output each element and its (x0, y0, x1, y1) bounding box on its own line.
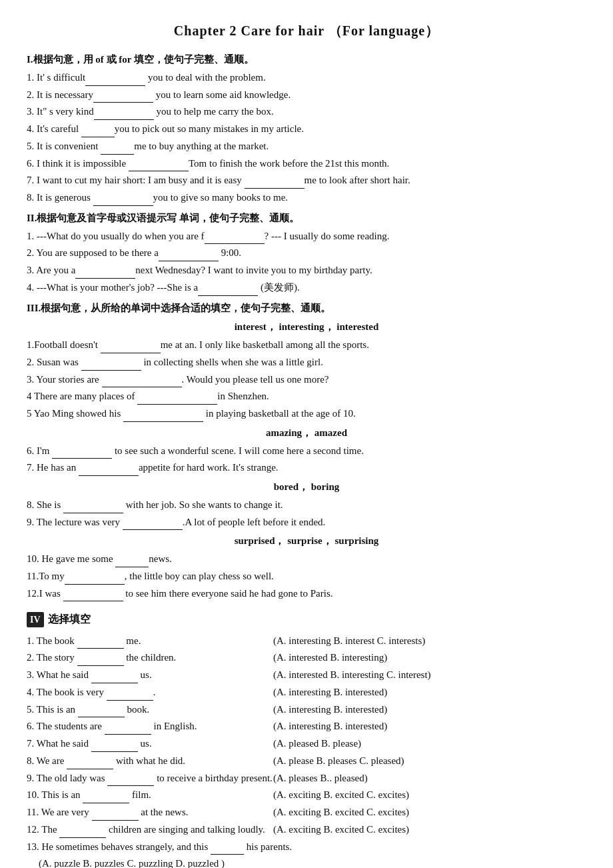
s1-item8: 8. It is generous you to give so many bo… (27, 189, 586, 206)
s3-g1-item1: 1.Football doesn't me at an. I only like… (27, 337, 586, 353)
s3-g3-item1: 8. She is with her job. So she wants to … (27, 497, 586, 513)
section1-instruction: I.根据句意，用 of 或 for 填空，使句子完整、通顺。 (27, 51, 586, 68)
section2: II.根据句意及首字母或汉语提示写 单词，使句子完整、通顺。 1. ---Wha… (27, 210, 586, 296)
section3-instruction: III.根据句意，从所给的单词中选择合适的填空，使句子完整、通顺。 (27, 300, 586, 317)
s4-item11: 11. We are very at the news. (A. excitin… (27, 804, 586, 821)
s2-item1: 1. ---What do you usually do when you ar… (27, 228, 586, 245)
s3-g1-item4: 4 There are many places of in Shenzhen. (27, 388, 586, 405)
s4-item4: 4. The book is very . (A. interesting B.… (27, 684, 586, 701)
group1-header: interest， interesting， interested (27, 319, 586, 335)
s4-item7: 7. What he said us. (A. pleased B. pleas… (27, 735, 586, 752)
s3-g2-item1: 6. I'm to see such a wonderful scene. I … (27, 443, 586, 459)
section1: I.根据句意，用 of 或 for 填空，使句子完整、通顺。 1. It' s … (27, 51, 586, 206)
section3: III.根据句意，从所给的单词中选择合适的填空，使句子完整、通顺。 intere… (27, 300, 586, 602)
s4-item12: 12. The children are singing and talking… (27, 821, 586, 838)
s3-g4-item2: 11.To my, the little boy can play chess … (27, 568, 586, 585)
s4-item9: 9. The old lady was to receive a birthda… (27, 770, 586, 787)
section4: IV 选择填空 1. The book me. (A. interesting … (27, 611, 586, 868)
s4-item8: 8. We are with what he did. (A. please B… (27, 753, 586, 769)
s1-item5: 5. It is convenient me to buy anything a… (27, 138, 586, 155)
s3-g4-item1: 10. He gave me some news. (27, 551, 586, 567)
s4-item5: 5. This is an book. (A. interesting B. i… (27, 701, 586, 718)
s3-g3-item2: 9. The lecture was very .A lot of people… (27, 514, 586, 531)
s4-item13: 13. He sometimes behaves strangely, and … (27, 839, 586, 855)
group3-header: bored， boring (27, 479, 586, 495)
s2-item2: 2. You are supposed to be there a 9:00. (27, 245, 586, 261)
s3-g2-item2: 7. He has an appetite for hard work. It'… (27, 459, 586, 476)
s3-g1-item3: 3. Your stories are . Would you please t… (27, 371, 586, 388)
s4-item1: 1. The book me. (A. interesting B. inter… (27, 633, 586, 649)
section4-title: IV 选择填空 (27, 611, 586, 628)
s4-item2: 2. The story the children. (A. intereste… (27, 649, 586, 666)
s1-item2: 2. It is necessary you to learn some aid… (27, 87, 586, 103)
section4-label: 选择填空 (48, 611, 91, 628)
s2-item3: 3. Are you anext Wednesday? I want to in… (27, 262, 586, 279)
section2-instruction: II.根据句意及首字母或汉语提示写 单词，使句子完整、通顺。 (27, 210, 586, 227)
chapter-title: Chapter 2 Care for hair （For language） (27, 20, 586, 42)
s1-item1: 1. It' s difficult you to deal with the … (27, 69, 586, 86)
s3-g1-item5: 5 Yao Ming showed his in playing basketb… (27, 405, 586, 422)
s4-item13-opts: (A. puzzle B. puzzles C. puzzling D. puz… (27, 855, 586, 868)
s1-item3: 3. It" s very kind you to help me carry … (27, 103, 586, 120)
iv-badge: IV (27, 612, 44, 627)
s4-item3: 3. What he said us. (A. interested B. in… (27, 667, 586, 683)
s4-item10: 10. This is an film. (A. exciting B. exc… (27, 787, 586, 803)
group4-header: surprised， surprise， surprising (27, 533, 586, 549)
s4-item6: 6. The students are in English. (A. inte… (27, 718, 586, 735)
s3-g4-item3: 12.I was to see him there everyone said … (27, 585, 586, 602)
s1-item4: 4. It's careful you to pick out so many … (27, 121, 586, 137)
s1-item6: 6. I think it is impossible Tom to finis… (27, 155, 586, 172)
group2-header: amazing， amazed (27, 425, 586, 441)
s1-item7: 7. I want to cut my hair short: I am bus… (27, 172, 586, 189)
s3-g1-item2: 2. Susan was in collecting shells when s… (27, 354, 586, 371)
s2-item4: 4. ---What is your mother's job? ---She … (27, 279, 586, 296)
